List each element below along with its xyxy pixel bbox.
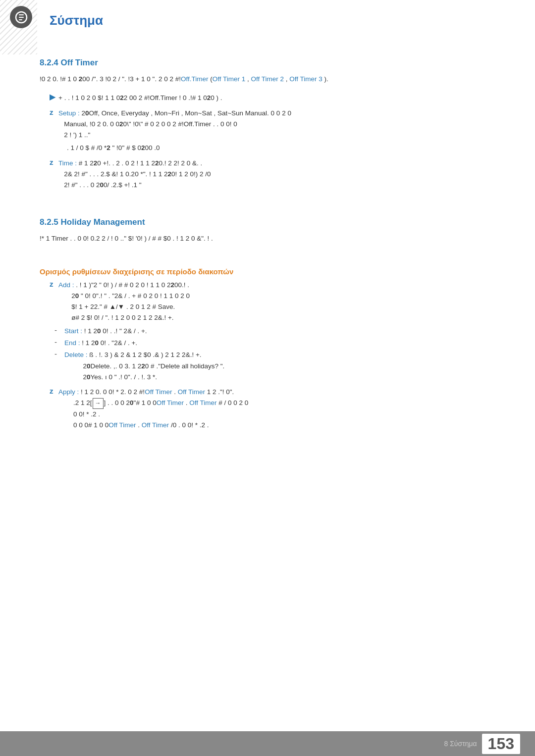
enter-key: →	[93, 398, 104, 409]
main-content: 8.2.4 Off Timer !0 2 0. !# 1 0 200 /". 3…	[0, 33, 535, 453]
footer-section-label: 8 Σύστημα	[444, 740, 477, 748]
page-footer: 8 Σύστημα 153	[0, 731, 535, 756]
list-item-start: - Start : ! 1 20 0! . .! " 2& / . +.	[40, 326, 495, 337]
svg-rect-3	[19, 19, 22, 20]
page-header: Σύστημα	[0, 0, 535, 33]
footer-page-number: 153	[482, 734, 520, 754]
section-8-2-5-intro: !* 1 Timer . . 0 0! 0.2 2 / ! 0 .." $! '…	[40, 233, 495, 244]
svg-rect-2	[19, 17, 24, 18]
svg-rect-1	[19, 14, 24, 15]
list-item-setup: z Setup : 20Off, Once, Everyday , Mon~Fr…	[40, 108, 495, 141]
subsection-holiday-title: Ορισμός ρυθμίσεων διαχείρισης σε περίοδο…	[40, 267, 495, 276]
section-8-2-4-intro: !0 2 0. !# 1 0 200 /". 3 !0 2 / ". !3 + …	[40, 74, 495, 85]
list-item-end: - End : ! 1 20 0! . "2& / . +.	[40, 338, 495, 349]
page-title: Σύστημα	[45, 9, 505, 28]
list-item-add: z Add : . ! 1 )"2 " 0! ) / # # 0 2 0 ! 1…	[40, 280, 495, 324]
list-item-apply: z Apply : ! 1 2 0. 0 0! * 2. 0 2 #!Off T…	[40, 387, 495, 431]
list-item-arrow: ▶ + . . ! 1 0 2 0 $! 1 1 022 00 2 #!Off.…	[40, 93, 495, 103]
setup-note: . 1 / 0 $ # /0 *2 " !0" # $ 0200 .0	[40, 143, 495, 153]
list-item-time: z Time : # 1 220 +!. . 2 . 0 2 ! 1 1 220…	[40, 158, 495, 191]
list-item-delete: - Delete : ß . !. 3 ) & 2 & 1 2 $0 .& ) …	[40, 350, 495, 383]
header-icon	[10, 6, 32, 28]
section-8-2-5-title: 8.2.5 Holiday Management	[40, 217, 495, 227]
section-8-2-4-title: 8.2.4 Off Timer	[40, 58, 495, 68]
